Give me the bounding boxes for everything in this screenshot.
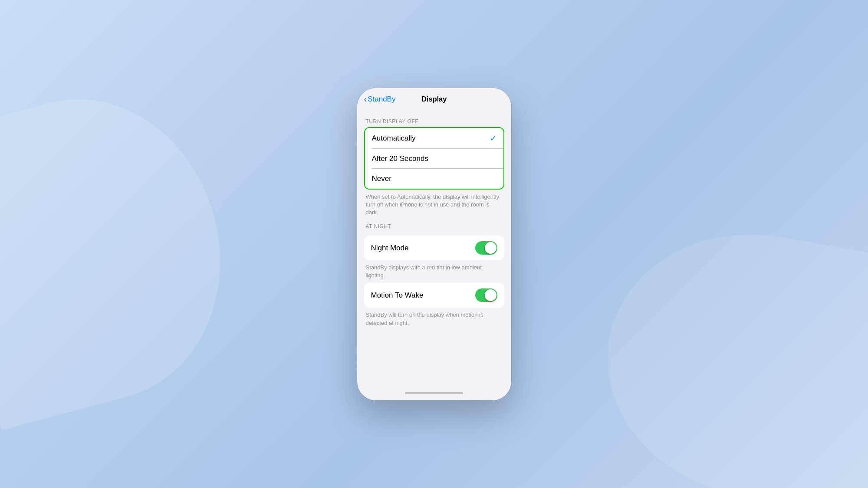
night-mode-label: Night Mode (371, 244, 409, 252)
checkmark-icon: ✓ (490, 134, 496, 143)
toggle-knob-2 (485, 289, 496, 301)
option-automatically[interactable]: Automatically ✓ (365, 128, 503, 149)
night-mode-group: Night Mode (364, 236, 504, 260)
option-automatically-label: Automatically (372, 134, 416, 143)
navigation-bar: ‹ StandBy Display (357, 88, 511, 108)
motion-to-wake-footer: StandBy will turn on the display when mo… (357, 308, 511, 327)
back-button[interactable]: ‹ StandBy (364, 94, 396, 104)
night-mode-footer: StandBy displays with a red tint in low … (357, 260, 511, 279)
back-label: StandBy (368, 95, 395, 104)
turn-display-off-section: TURN DISPLAY OFF Automatically ✓ After 2… (357, 118, 511, 217)
turn-display-off-header: TURN DISPLAY OFF (357, 118, 511, 127)
content-area: TURN DISPLAY OFF Automatically ✓ After 2… (357, 108, 511, 388)
motion-to-wake-row: Motion To Wake (364, 283, 504, 308)
night-mode-toggle[interactable] (475, 241, 497, 255)
option-after-20-seconds[interactable]: After 20 Seconds (365, 149, 503, 169)
phone-frame: ‹ StandBy Display TURN DISPLAY OFF Autom… (357, 88, 511, 400)
turn-display-off-footer: When set to Automatically, the display w… (357, 190, 511, 217)
at-night-section: AT NIGHT Night Mode StandBy displays wit… (357, 223, 511, 327)
chevron-left-icon: ‹ (364, 94, 367, 104)
home-indicator (357, 388, 511, 400)
night-mode-row: Night Mode (364, 236, 504, 260)
toggle-knob (485, 242, 496, 254)
motion-to-wake-group: Motion To Wake (364, 283, 504, 308)
option-never-label: Never (372, 174, 391, 183)
option-after-20-seconds-label: After 20 Seconds (372, 154, 428, 163)
home-bar (405, 392, 463, 394)
motion-to-wake-toggle[interactable] (475, 288, 497, 302)
page-title: Display (421, 95, 447, 104)
motion-to-wake-label: Motion To Wake (371, 291, 424, 300)
option-never[interactable]: Never (365, 169, 503, 189)
at-night-header: AT NIGHT (357, 223, 511, 232)
display-off-options-group: Automatically ✓ After 20 Seconds Never (364, 127, 504, 190)
